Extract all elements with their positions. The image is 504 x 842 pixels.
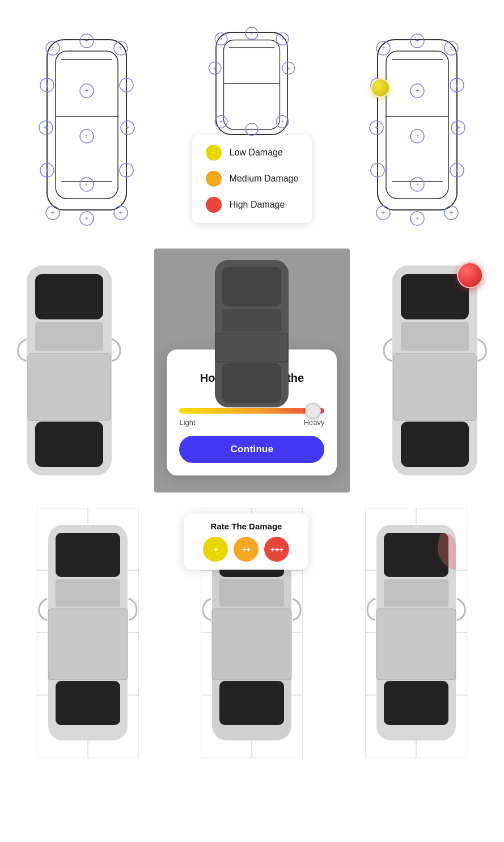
svg-text:+: +: [416, 37, 420, 45]
svg-rect-128: [219, 579, 284, 607]
car-wireframe-right-container: + + + + + + + + + + +: [361, 17, 474, 233]
high-damage-label: High Damage: [230, 200, 285, 210]
svg-text:+: +: [250, 30, 253, 36]
svg-text:+: +: [416, 87, 420, 95]
section-top: + + + + + + + + + + +: [0, 0, 504, 244]
svg-rect-102: [401, 322, 469, 351]
slider-thumb[interactable]: [305, 403, 321, 419]
svg-text:+: +: [281, 35, 284, 42]
slider-labels: Light Heavy: [179, 418, 324, 427]
car-wireframe-center: + + + + + + + +: [201, 27, 303, 140]
svg-text:+: +: [84, 37, 88, 45]
svg-rect-93: [35, 422, 103, 467]
svg-rect-116: [56, 681, 120, 725]
svg-text:+: +: [50, 44, 54, 52]
svg-rect-96: [222, 267, 281, 306]
car-solid-bottom-center-container: Rate The Damage + ++ +++: [201, 508, 303, 757]
rate-buttons-container: + ++ +++: [194, 537, 298, 562]
low-damage-label: Low Damage: [230, 148, 283, 158]
svg-rect-98: [222, 363, 281, 403]
svg-text:+: +: [416, 180, 420, 188]
svg-text:+: +: [416, 214, 420, 222]
section-bottom: Rate The Damage + ++ +++: [0, 496, 504, 774]
svg-text:+: +: [44, 124, 48, 132]
car-wireframe-right: + + + + + + + + + + +: [361, 17, 474, 233]
svg-text:+: +: [118, 44, 122, 52]
car-solid-bottom-right-container: [365, 508, 467, 757]
svg-rect-99: [215, 334, 288, 362]
svg-text:+: +: [376, 166, 380, 174]
svg-text:+: +: [84, 214, 88, 222]
svg-text:+: +: [118, 209, 122, 217]
svg-rect-91: [35, 274, 103, 319]
svg-text:+: +: [124, 81, 128, 89]
svg-text:+: +: [281, 118, 284, 125]
medium-damage-label: Medium Damage: [230, 174, 299, 184]
svg-text:+: +: [455, 166, 459, 174]
svg-text:+: +: [455, 81, 459, 89]
section-middle: Vehicle Front How heavy was the damage? …: [0, 244, 504, 496]
svg-text:+: +: [45, 166, 49, 174]
svg-text:+: +: [84, 180, 88, 188]
rate-button-medium[interactable]: ++: [234, 537, 259, 562]
svg-rect-92: [35, 322, 103, 351]
svg-rect-104: [393, 353, 476, 420]
svg-text:+: +: [450, 209, 454, 217]
svg-text:+: +: [219, 118, 223, 125]
svg-text:+: +: [219, 35, 223, 42]
rate-popup-title: Rate The Damage: [194, 521, 298, 531]
car-wireframe-left: + + + + + + + + + + +: [30, 17, 143, 233]
svg-text:+: +: [382, 44, 386, 52]
rate-button-high[interactable]: +++: [264, 537, 289, 562]
svg-rect-97: [222, 309, 281, 332]
svg-text:+: +: [124, 166, 128, 174]
svg-text:+: +: [125, 124, 129, 132]
modal-overlay: Vehicle Front How heavy was the damage? …: [154, 249, 350, 492]
legend-item-medium: Medium Damage: [206, 171, 299, 187]
medium-damage-dot: [206, 171, 222, 187]
car-solid-right-container: [381, 254, 489, 487]
rate-button-low[interactable]: +: [203, 537, 228, 562]
svg-rect-142: [384, 681, 448, 725]
continue-button[interactable]: Continue: [179, 436, 324, 463]
svg-text:+: +: [416, 132, 420, 140]
svg-text:+: +: [84, 132, 88, 140]
svg-rect-141: [384, 579, 448, 607]
slider-track: [179, 408, 324, 414]
car-solid-right: [381, 254, 489, 487]
slider-label-light: Light: [179, 418, 195, 427]
car-solid-bottom-left: [37, 508, 139, 757]
svg-text:+: +: [214, 65, 217, 71]
svg-text:+: +: [450, 44, 454, 52]
low-damage-dot: [206, 145, 222, 161]
modal-car: [206, 254, 297, 413]
high-damage-dot: [206, 197, 222, 213]
car-solid-bottom-right: [365, 508, 467, 757]
damage-slider-container: [179, 408, 324, 414]
svg-text:+: +: [382, 209, 386, 217]
svg-rect-115: [56, 579, 120, 607]
svg-rect-103: [401, 422, 469, 467]
damage-dot-red[interactable]: [457, 262, 483, 288]
svg-text:+: +: [84, 87, 88, 95]
rate-damage-popup: Rate The Damage + ++ +++: [184, 513, 308, 570]
svg-text:+: +: [456, 124, 460, 132]
svg-text:+: +: [250, 126, 253, 133]
slider-label-heavy: Heavy: [304, 418, 325, 427]
svg-rect-94: [28, 353, 111, 420]
svg-rect-143: [376, 609, 456, 680]
svg-rect-56: [386, 51, 448, 199]
svg-rect-1: [56, 51, 118, 199]
svg-text:+: +: [375, 124, 379, 132]
car-solid-left: [15, 254, 123, 487]
svg-text:+: +: [50, 209, 54, 217]
damage-dot-yellow[interactable]: [371, 78, 390, 98]
svg-rect-129: [219, 681, 284, 725]
svg-rect-114: [56, 533, 120, 577]
legend-card: Low Damage Medium Damage High Damage: [192, 134, 312, 223]
svg-rect-36: [224, 40, 280, 130]
svg-text:+: +: [287, 65, 290, 71]
legend-item-high: High Damage: [206, 197, 299, 213]
legend-item-low: Low Damage: [206, 145, 299, 161]
svg-rect-117: [48, 609, 128, 680]
